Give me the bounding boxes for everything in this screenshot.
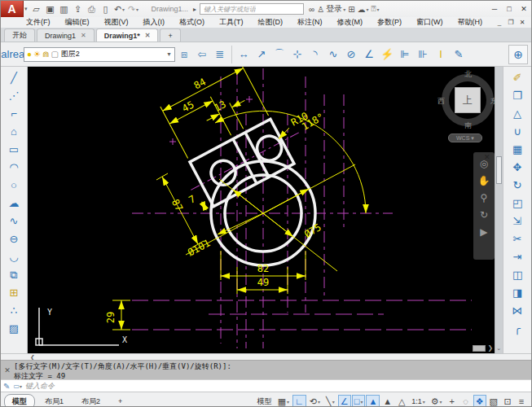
tab-drawing1-star[interactable]: Drawing1*✕	[96, 28, 159, 42]
dim-text-edit-icon[interactable]: ✎	[450, 45, 468, 64]
dim-jogged-icon[interactable]: ∿	[324, 45, 342, 64]
grid-icon[interactable]: ▦▾	[275, 395, 292, 407]
ellipse-icon[interactable]: ⊖	[5, 230, 23, 247]
print-icon[interactable]: ⎙	[86, 2, 99, 15]
polar-tracking-icon[interactable]: ⟲▾	[307, 395, 323, 407]
dim-radius-icon[interactable]: ◝	[306, 45, 324, 64]
viewcube-south[interactable]: 南	[464, 120, 472, 131]
object-snap-tracking-icon[interactable]: ∠	[338, 395, 351, 407]
zoom-icon[interactable]: ⚲	[481, 193, 488, 203]
move-icon[interactable]: ✥	[508, 158, 526, 176]
mdi-close-button[interactable]: ✕	[517, 18, 528, 27]
hardware-acceleration-icon[interactable]: ❖	[473, 395, 486, 407]
layer-manager-icon[interactable]: ≣	[211, 46, 229, 63]
undo-icon[interactable]: ↶▾	[113, 2, 126, 15]
arc-icon[interactable]: ◠	[5, 158, 23, 176]
command-customize-icon[interactable]: ✎	[3, 382, 10, 391]
showmotion-icon[interactable]: ▶	[480, 227, 487, 237]
maximize-button[interactable]: □	[502, 2, 517, 15]
fullscreen-icon[interactable]: ⊡	[501, 395, 514, 407]
ortho-icon[interactable]: ∟	[292, 395, 306, 407]
viewcube-north[interactable]: 北	[464, 69, 472, 80]
dim-arc-length-icon[interactable]: ⌒	[270, 45, 288, 64]
layout-tab-model[interactable]: 模型	[4, 394, 35, 407]
title-arrow-icon[interactable]: ▸	[193, 6, 196, 13]
tab-start[interactable]: 开始	[4, 28, 35, 42]
close-button[interactable]: ✕	[517, 2, 531, 15]
status-menu-icon[interactable]: ≡	[515, 395, 528, 407]
dim-edit-icon[interactable]: I	[432, 45, 450, 64]
orbit-icon[interactable]: ↻	[480, 210, 488, 220]
viewcube[interactable]: 北 南 西 东 上	[439, 72, 495, 129]
isolate-objects-icon[interactable]: ◌	[459, 395, 473, 407]
hatch-icon[interactable]: ▨	[5, 319, 23, 337]
store-cart-icon[interactable]: ⊞	[348, 5, 354, 14]
command-close-icon[interactable]: ✕	[1, 361, 14, 379]
menu-window[interactable]: 窗口(W)	[409, 17, 451, 28]
menu-dimension[interactable]: 标注(N)	[290, 17, 330, 28]
minimize-button[interactable]: ─	[487, 2, 502, 15]
circle-icon[interactable]: ○	[5, 176, 23, 194]
layer-properties-icon[interactable]: �already	[2, 45, 24, 64]
dim-diameter-icon[interactable]: ⊘	[342, 45, 360, 64]
make-block-icon[interactable]: ⊞	[5, 283, 23, 301]
extend-icon[interactable]: ⇥	[508, 247, 526, 265]
dim-linear-icon[interactable]: ↔	[235, 45, 253, 64]
dim-angular-icon[interactable]: ∠	[360, 45, 378, 64]
layer-previous-icon[interactable]: ⇦	[193, 46, 211, 63]
annotation-scale-icon[interactable]: △	[395, 395, 408, 407]
menu-help[interactable]: 帮助(H)	[451, 17, 490, 28]
array-icon[interactable]: ▦	[508, 140, 526, 158]
menu-format[interactable]: 格式(O)	[172, 17, 212, 28]
polyline-icon[interactable]: ⌐	[5, 104, 23, 122]
app-menu-caret-icon[interactable]: ▾	[24, 6, 28, 12]
mdi-minimize-button[interactable]: _	[494, 18, 505, 27]
model-space-toggle[interactable]: 模型	[255, 395, 275, 407]
recent-commands-icon[interactable]: ▭▾	[13, 383, 22, 390]
wcs-dropdown[interactable]: WCS ▾	[448, 133, 482, 142]
stretch-icon[interactable]: ⇲	[508, 212, 526, 230]
rotate-icon[interactable]: ↻	[508, 176, 526, 194]
scale-value[interactable]: 1:1▾	[409, 395, 428, 407]
navbar-close-icon[interactable]: ✕	[484, 153, 490, 161]
signin-user-icon[interactable]: ♙登录▾	[317, 3, 345, 15]
save-icon[interactable]: ▣	[44, 2, 57, 15]
trim-icon[interactable]: ✂	[508, 230, 526, 247]
construction-line-icon[interactable]: ⋰	[5, 86, 23, 104]
quick-dimension-icon[interactable]: ⚡	[378, 45, 396, 64]
menu-tools[interactable]: 工具(T)	[212, 17, 251, 28]
fillet-icon[interactable]: ╭	[508, 319, 526, 337]
clean-screen-image-icon[interactable]: ▧	[487, 395, 500, 407]
menu-draw[interactable]: 绘图(D)	[251, 17, 291, 28]
dim-aligned-icon[interactable]: ↗	[253, 45, 270, 64]
workspace-gear-icon[interactable]: ⚙▾	[429, 395, 445, 407]
layer-combo-caret-icon[interactable]: ▼	[166, 51, 172, 57]
save-as-icon[interactable]: ▥	[58, 2, 71, 15]
v-scroll-thumb[interactable]	[496, 156, 502, 184]
scale-icon[interactable]: ◰	[508, 194, 526, 212]
break-at-point-icon[interactable]: ◫	[508, 265, 526, 283]
erase-icon[interactable]: ✐	[508, 68, 526, 86]
rectangle-icon[interactable]: ▭	[5, 140, 23, 158]
v-scroll-down-arrow-icon[interactable]: ⌄	[496, 345, 501, 352]
open-icon[interactable]: ▱	[30, 2, 43, 15]
layout-tab-layout1[interactable]: 布局1	[37, 394, 72, 407]
apps-cloud-icon[interactable]: ☁▾	[358, 5, 369, 14]
line-icon[interactable]: ╱	[5, 68, 23, 86]
offset-icon[interactable]: ∪	[508, 122, 526, 140]
make-object-layer-current-icon[interactable]: ⧈	[175, 46, 193, 63]
drawing-canvas[interactable]: 84 45 13 7	[28, 67, 495, 353]
pan-hand-icon[interactable]: ✋	[477, 176, 490, 186]
redo-icon[interactable]: ↷▾	[127, 2, 140, 15]
search-input[interactable]: 键入关键字或短语	[200, 3, 304, 15]
h-scroll-thumb[interactable]	[473, 345, 486, 352]
annotation-visibility-icon[interactable]: ▲	[366, 395, 380, 407]
center-mark-icon[interactable]: ⊕	[508, 45, 528, 64]
autoscale-icon[interactable]: ▲	[380, 395, 394, 407]
dim-baseline-icon[interactable]: ⊫	[396, 45, 414, 64]
app-logo[interactable]: A	[1, 1, 24, 17]
menu-view[interactable]: 视图(V)	[97, 17, 136, 28]
tab-drawing1[interactable]: Drawing1✕	[37, 28, 95, 42]
viewcube-top-face[interactable]: 上	[455, 87, 481, 113]
ellipse-arc-icon[interactable]: ◡	[5, 247, 23, 265]
